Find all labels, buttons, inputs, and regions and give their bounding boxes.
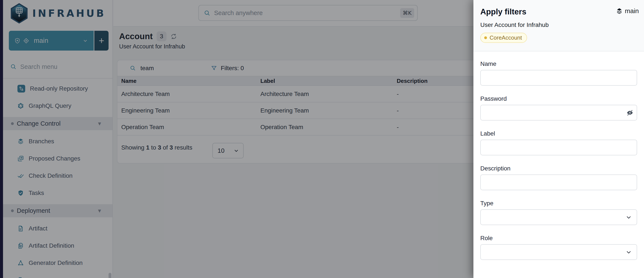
label-filter-control (480, 140, 637, 155)
kind-badge-label: CoreAccount (490, 34, 522, 41)
role-filter-label: Role (480, 235, 637, 242)
kind-badge: CoreAccount (480, 33, 527, 43)
name-filter-label: Name (480, 60, 637, 67)
apply-filters-drawer: Apply filters main User Account for Infr… (474, 0, 644, 278)
type-select[interactable] (480, 209, 637, 225)
label-filter-label: Label (480, 130, 637, 137)
password-filter-label: Password (480, 95, 637, 102)
password-filter-control (480, 105, 637, 120)
role-filter-control (480, 244, 637, 260)
eye-off-icon[interactable] (626, 109, 633, 116)
drawer-branch-chip: main (616, 7, 639, 15)
infrahub-app: INFRAHUB main (0, 0, 644, 278)
description-input[interactable] (480, 175, 637, 190)
drawer-branch-label: main (625, 7, 639, 15)
kind-badge-dot (484, 36, 487, 39)
drawer-body: NamePassword LabelDescriptionType Role (474, 51, 644, 260)
chevron-down-icon (626, 214, 632, 221)
type-filter-control (480, 209, 637, 225)
type-filter-label: Type (480, 200, 637, 207)
password-input[interactable] (480, 105, 637, 120)
drawer-header: Apply filters main User Account for Infr… (474, 0, 644, 51)
chevron-down-icon (626, 249, 632, 256)
name-input[interactable] (480, 70, 637, 86)
label-input[interactable] (480, 140, 637, 155)
description-filter-control (480, 175, 637, 190)
description-filter-label: Description (480, 165, 637, 172)
drawer-title: Apply filters (480, 7, 526, 16)
drawer-subtitle: User Account for Infrahub (480, 21, 639, 28)
role-select[interactable] (480, 244, 637, 260)
name-filter-control (480, 70, 637, 86)
layers-icon (616, 8, 623, 14)
